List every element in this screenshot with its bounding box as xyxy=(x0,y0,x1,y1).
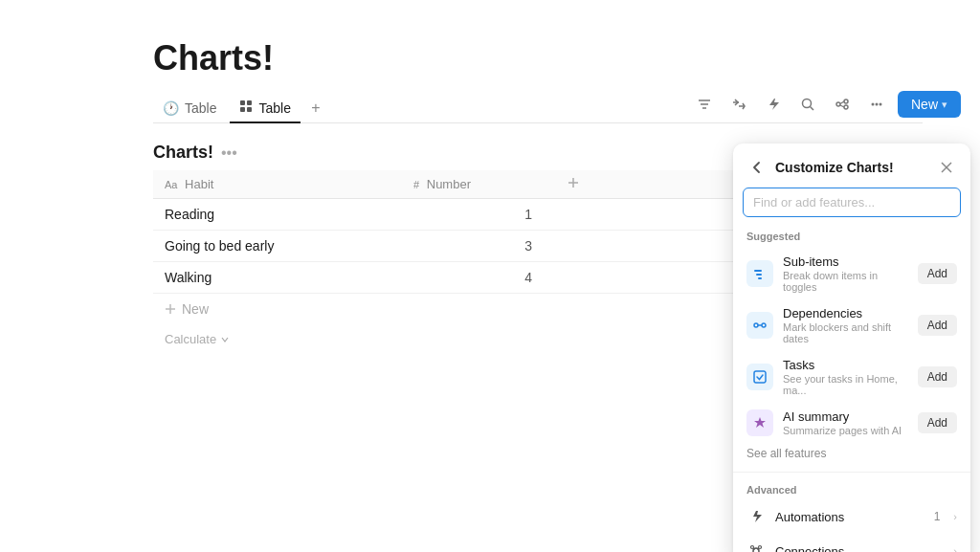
aa-icon: Aa xyxy=(165,179,177,190)
svg-rect-26 xyxy=(756,274,762,276)
connections-chevron: › xyxy=(953,545,957,552)
svg-rect-25 xyxy=(754,270,762,272)
new-button-chevron: ▾ xyxy=(942,99,947,111)
advanced-label: Advanced xyxy=(733,476,970,499)
new-button[interactable]: New ▾ xyxy=(898,91,961,118)
svg-rect-30 xyxy=(754,371,766,383)
sub-items-desc: Break down items in toggles xyxy=(783,270,908,293)
svg-rect-1 xyxy=(247,100,252,105)
tab-table[interactable]: Table xyxy=(230,94,300,123)
number-column-header: # Number xyxy=(402,170,555,199)
habit-column-label: Habit xyxy=(185,177,213,191)
svg-point-13 xyxy=(871,103,874,106)
automations-name: Automations xyxy=(775,510,924,524)
sort-icon[interactable] xyxy=(725,91,752,118)
add-tab-button[interactable]: + xyxy=(304,97,327,120)
ai-summary-desc: Summarize pages with AI xyxy=(783,425,908,436)
automations-count: 1 xyxy=(934,510,941,523)
dependencies-feature-item[interactable]: Dependencies Mark blockers and shift dat… xyxy=(733,299,970,351)
panel-back-button[interactable] xyxy=(746,157,768,178)
see-all-features-link[interactable]: See all features xyxy=(733,443,970,468)
search-icon[interactable] xyxy=(794,91,821,118)
more-icon[interactable] xyxy=(863,91,890,118)
page-title: Charts! xyxy=(153,38,923,78)
svg-point-28 xyxy=(754,323,758,327)
svg-point-15 xyxy=(879,103,881,106)
panel-header: Customize Charts! xyxy=(733,144,970,188)
tasks-name: Tasks xyxy=(783,358,908,372)
svg-point-29 xyxy=(762,323,766,327)
ai-summary-text: AI summary Summarize pages with AI xyxy=(783,409,908,436)
connections-item[interactable]: Connections › xyxy=(733,534,970,552)
panel-close-button[interactable] xyxy=(936,157,957,178)
sub-items-text: Sub-items Break down items in toggles xyxy=(783,254,908,293)
empty-cell xyxy=(555,262,739,294)
panel-divider xyxy=(733,472,970,473)
add-column-header[interactable] xyxy=(555,170,739,199)
connections-icon xyxy=(746,541,766,552)
calculate-label: Calculate xyxy=(165,332,216,346)
ai-summary-feature-item[interactable]: AI summary Summarize pages with AI Add xyxy=(733,403,970,443)
table-section-title: Charts! xyxy=(153,143,213,163)
svg-rect-0 xyxy=(240,100,245,105)
toolbar: New ▾ xyxy=(691,91,961,118)
number-column-label: Number xyxy=(427,177,471,191)
svg-point-33 xyxy=(759,546,762,549)
panel-search xyxy=(743,188,961,217)
table-icon xyxy=(239,99,253,116)
svg-rect-3 xyxy=(247,107,252,112)
empty-cell xyxy=(555,231,739,262)
habit-cell: Walking xyxy=(153,262,402,294)
svg-line-11 xyxy=(840,101,844,104)
tasks-feature-item[interactable]: Tasks See your tasks in Home, ma... Add xyxy=(733,351,970,403)
tasks-desc: See your tasks in Home, ma... xyxy=(783,373,908,396)
tab-table-label: Table xyxy=(258,100,290,116)
empty-cell xyxy=(555,199,739,231)
tasks-text: Tasks See your tasks in Home, ma... xyxy=(783,358,908,396)
number-cell: 1 xyxy=(402,199,555,231)
sub-items-add-button[interactable]: Add xyxy=(918,263,957,284)
connections-name: Connections xyxy=(775,544,944,553)
panel-header-left: Customize Charts! xyxy=(746,157,894,178)
number-cell: 3 xyxy=(402,231,555,262)
table-section-ellipsis[interactable]: ••• xyxy=(221,144,237,162)
svg-point-9 xyxy=(802,99,811,108)
filter-icon[interactable] xyxy=(691,91,718,118)
dependencies-name: Dependencies xyxy=(783,306,908,320)
habit-column-header: Aa Habit xyxy=(153,170,402,199)
dependencies-icon xyxy=(746,312,773,339)
new-button-label: New xyxy=(911,97,938,112)
automations-icon xyxy=(746,507,766,526)
sub-items-name: Sub-items xyxy=(783,254,908,269)
habit-cell: Going to bed early xyxy=(153,231,402,262)
automations-item[interactable]: Automations 1 › xyxy=(733,499,970,534)
automations-chevron: › xyxy=(953,511,957,522)
customize-panel: Customize Charts! Suggested Sub-items Br… xyxy=(733,144,970,552)
number-cell: 4 xyxy=(402,262,555,294)
tasks-add-button[interactable]: Add xyxy=(918,366,957,387)
lightning-icon[interactable] xyxy=(760,91,787,118)
svg-point-14 xyxy=(875,103,878,106)
share-icon[interactable] xyxy=(829,91,856,118)
svg-rect-2 xyxy=(240,107,245,112)
hash-icon: # xyxy=(413,179,419,190)
sub-items-icon xyxy=(746,260,773,287)
habit-cell: Reading xyxy=(153,199,402,231)
dependencies-add-button[interactable]: Add xyxy=(918,315,957,336)
svg-point-32 xyxy=(751,546,754,549)
dependencies-text: Dependencies Mark blockers and shift dat… xyxy=(783,306,908,344)
svg-rect-27 xyxy=(758,277,762,279)
ai-summary-name: AI summary xyxy=(783,409,908,424)
dependencies-desc: Mark blockers and shift dates xyxy=(783,321,908,344)
tab-history[interactable]: 🕐 Table xyxy=(153,95,226,123)
tab-history-label: Table xyxy=(185,100,216,116)
add-new-label: New xyxy=(182,301,209,317)
feature-search-input[interactable] xyxy=(743,188,961,217)
sub-items-feature-item[interactable]: Sub-items Break down items in toggles Ad… xyxy=(733,248,970,299)
panel-title: Customize Charts! xyxy=(775,160,894,175)
clock-icon: 🕐 xyxy=(163,100,179,116)
suggested-label: Suggested xyxy=(733,227,970,248)
ai-summary-icon xyxy=(746,409,773,436)
ai-summary-add-button[interactable]: Add xyxy=(918,412,957,433)
svg-line-10 xyxy=(810,107,813,111)
